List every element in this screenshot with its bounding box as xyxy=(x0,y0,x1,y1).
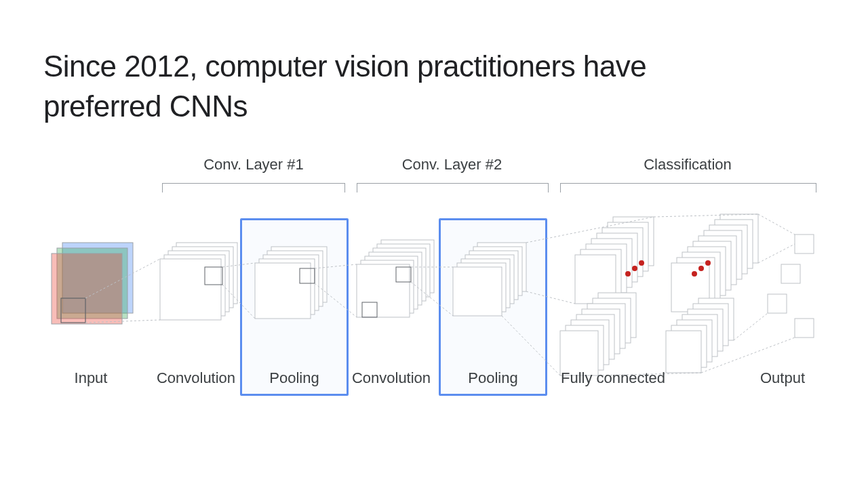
svg-rect-86 xyxy=(768,294,787,313)
svg-point-76 xyxy=(692,271,697,277)
conv2-block xyxy=(357,240,434,317)
svg-line-89 xyxy=(758,244,795,263)
stage-output: Output xyxy=(749,369,816,387)
svg-rect-16 xyxy=(255,263,311,319)
svg-point-77 xyxy=(698,266,704,271)
svg-rect-72 xyxy=(666,331,701,373)
conv1-block xyxy=(160,243,237,320)
svg-line-88 xyxy=(758,214,795,235)
fc-block xyxy=(560,214,758,375)
svg-rect-37 xyxy=(453,267,502,316)
svg-rect-84 xyxy=(795,235,814,253)
cnn-diagram: Conv. Layer #1 Conv. Layer #2 Classifica… xyxy=(43,156,825,427)
pool2-block xyxy=(453,243,526,316)
bracket-classification xyxy=(560,183,816,192)
slide-title: Since 2012, computer vision practitioner… xyxy=(43,46,654,127)
svg-line-80 xyxy=(502,316,560,375)
svg-rect-85 xyxy=(781,264,800,283)
svg-point-74 xyxy=(632,266,637,271)
section-conv1-label: Conv. Layer #1 xyxy=(162,156,345,174)
svg-rect-8 xyxy=(160,259,221,320)
svg-rect-2 xyxy=(52,253,122,324)
stage-conv2: Convolution xyxy=(347,369,435,387)
bracket-conv1 xyxy=(162,183,345,192)
section-classification-label: Classification xyxy=(559,156,816,174)
pool1-block xyxy=(255,247,327,319)
output-block xyxy=(768,235,814,338)
stage-input: Input xyxy=(57,369,125,387)
stage-conv1: Convolution xyxy=(152,369,240,387)
svg-point-78 xyxy=(705,260,711,266)
svg-rect-87 xyxy=(795,319,814,338)
svg-point-75 xyxy=(639,260,644,266)
svg-rect-26 xyxy=(357,264,410,317)
stage-pool2: Pooling xyxy=(446,369,540,387)
input-block xyxy=(52,243,133,324)
svg-line-91 xyxy=(734,313,768,340)
stage-fc: Fully connected xyxy=(555,369,671,387)
bracket-conv2 xyxy=(357,183,549,192)
stage-pool1: Pooling xyxy=(247,369,342,387)
svg-point-73 xyxy=(625,271,631,277)
svg-line-81 xyxy=(526,291,575,304)
section-conv2-label: Conv. Layer #2 xyxy=(355,156,549,174)
